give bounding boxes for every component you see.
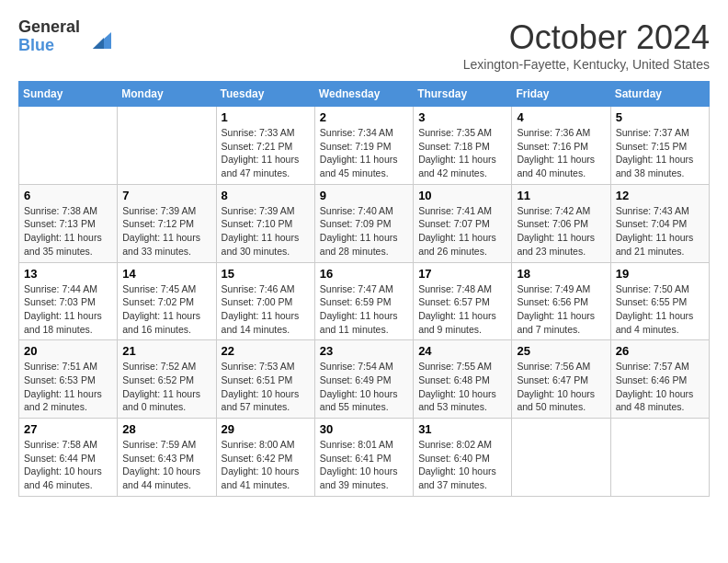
day-number: 16 <box>320 267 408 281</box>
calendar-cell: 15Sunrise: 7:46 AMSunset: 7:00 PMDayligh… <box>216 262 314 340</box>
calendar-cell: 22Sunrise: 7:53 AMSunset: 6:51 PMDayligh… <box>216 340 314 419</box>
day-info: Sunrise: 7:41 AMSunset: 7:07 PMDaylight:… <box>418 204 506 259</box>
day-number: 19 <box>616 267 704 281</box>
day-number: 27 <box>24 422 112 436</box>
day-number: 13 <box>24 267 112 281</box>
day-info: Sunrise: 7:44 AMSunset: 7:03 PMDaylight:… <box>24 282 112 337</box>
calendar-cell: 27Sunrise: 7:58 AMSunset: 6:44 PMDayligh… <box>19 419 118 497</box>
logo-line2: Blue <box>18 37 80 55</box>
day-number: 12 <box>616 189 704 202</box>
calendar-cell: 21Sunrise: 7:52 AMSunset: 6:52 PMDayligh… <box>118 340 216 419</box>
day-number: 6 <box>24 189 112 202</box>
day-of-week-header: Saturday <box>610 82 709 107</box>
calendar-cell: 30Sunrise: 8:01 AMSunset: 6:41 PMDayligh… <box>314 419 413 497</box>
day-number: 31 <box>418 422 506 436</box>
day-of-week-header: Tuesday <box>216 82 314 107</box>
calendar-cell: 1Sunrise: 7:33 AMSunset: 7:21 PMDaylight… <box>216 107 314 185</box>
day-info: Sunrise: 7:54 AMSunset: 6:49 PMDaylight:… <box>320 360 408 414</box>
calendar-cell: 24Sunrise: 7:55 AMSunset: 6:48 PMDayligh… <box>414 340 512 419</box>
calendar-cell: 5Sunrise: 7:37 AMSunset: 7:15 PMDaylight… <box>610 107 709 185</box>
calendar-cell: 11Sunrise: 7:42 AMSunset: 7:06 PMDayligh… <box>512 184 610 262</box>
day-number: 29 <box>222 422 310 436</box>
calendar-cell: 8Sunrise: 7:39 AMSunset: 7:10 PMDaylight… <box>216 184 314 262</box>
calendar-cell: 28Sunrise: 7:59 AMSunset: 6:43 PMDayligh… <box>118 419 216 497</box>
calendar-cell <box>118 107 216 185</box>
calendar-cell: 20Sunrise: 7:51 AMSunset: 6:53 PMDayligh… <box>19 340 118 419</box>
month-title: October 2024 <box>463 18 710 57</box>
day-info: Sunrise: 7:39 AMSunset: 7:12 PMDaylight:… <box>122 204 210 259</box>
calendar-cell: 7Sunrise: 7:39 AMSunset: 7:12 PMDaylight… <box>118 184 216 262</box>
calendar-cell: 19Sunrise: 7:50 AMSunset: 6:55 PMDayligh… <box>610 262 709 340</box>
day-info: Sunrise: 7:40 AMSunset: 7:09 PMDaylight:… <box>320 204 408 259</box>
day-info: Sunrise: 7:39 AMSunset: 7:10 PMDaylight:… <box>222 204 310 259</box>
calendar-cell: 9Sunrise: 7:40 AMSunset: 7:09 PMDaylight… <box>314 184 413 262</box>
day-info: Sunrise: 7:50 AMSunset: 6:55 PMDaylight:… <box>616 282 704 337</box>
day-of-week-header: Thursday <box>414 82 512 107</box>
day-info: Sunrise: 7:56 AMSunset: 6:47 PMDaylight:… <box>517 360 605 414</box>
calendar-cell: 4Sunrise: 7:36 AMSunset: 7:16 PMDaylight… <box>512 107 610 185</box>
day-number: 30 <box>320 422 408 436</box>
day-info: Sunrise: 7:46 AMSunset: 7:00 PMDaylight:… <box>222 282 310 337</box>
day-info: Sunrise: 7:57 AMSunset: 6:46 PMDaylight:… <box>616 360 704 414</box>
day-number: 2 <box>320 110 408 124</box>
calendar-cell: 13Sunrise: 7:44 AMSunset: 7:03 PMDayligh… <box>19 262 118 340</box>
calendar-cell: 26Sunrise: 7:57 AMSunset: 6:46 PMDayligh… <box>610 340 709 419</box>
calendar-cell: 29Sunrise: 8:00 AMSunset: 6:42 PMDayligh… <box>216 419 314 497</box>
day-info: Sunrise: 7:42 AMSunset: 7:06 PMDaylight:… <box>517 204 605 259</box>
svg-marker-1 <box>93 38 104 49</box>
day-of-week-header: Monday <box>118 82 216 107</box>
day-number: 23 <box>320 344 408 358</box>
calendar-cell <box>610 419 709 497</box>
calendar-cell: 12Sunrise: 7:43 AMSunset: 7:04 PMDayligh… <box>610 184 709 262</box>
calendar-cell: 31Sunrise: 8:02 AMSunset: 6:40 PMDayligh… <box>414 419 512 497</box>
day-number: 7 <box>122 189 210 202</box>
day-info: Sunrise: 7:48 AMSunset: 6:57 PMDaylight:… <box>418 282 506 337</box>
logo-text: General Blue <box>18 18 80 55</box>
logo-line1: General <box>18 18 80 37</box>
day-info: Sunrise: 8:00 AMSunset: 6:42 PMDaylight:… <box>222 438 310 492</box>
calendar-cell: 3Sunrise: 7:35 AMSunset: 7:18 PMDaylight… <box>414 107 512 185</box>
calendar-cell: 16Sunrise: 7:47 AMSunset: 6:59 PMDayligh… <box>314 262 413 340</box>
calendar-body: 1Sunrise: 7:33 AMSunset: 7:21 PMDaylight… <box>19 107 710 497</box>
day-number: 8 <box>222 189 310 202</box>
day-number: 28 <box>122 422 210 436</box>
day-info: Sunrise: 7:43 AMSunset: 7:04 PMDaylight:… <box>616 204 704 259</box>
day-info: Sunrise: 7:34 AMSunset: 7:19 PMDaylight:… <box>320 126 408 180</box>
day-number: 24 <box>418 344 506 358</box>
logo: General Blue <box>18 18 111 55</box>
day-number: 4 <box>517 110 605 124</box>
day-info: Sunrise: 7:36 AMSunset: 7:16 PMDaylight:… <box>517 126 605 180</box>
day-of-week-header: Friday <box>512 82 610 107</box>
day-number: 15 <box>222 267 310 281</box>
day-of-week-header: Sunday <box>19 82 118 107</box>
day-number: 20 <box>24 344 112 358</box>
day-number: 22 <box>222 344 310 358</box>
calendar-cell: 6Sunrise: 7:38 AMSunset: 7:13 PMDaylight… <box>19 184 118 262</box>
day-info: Sunrise: 8:02 AMSunset: 6:40 PMDaylight:… <box>418 438 506 492</box>
day-info: Sunrise: 7:52 AMSunset: 6:52 PMDaylight:… <box>122 360 210 414</box>
calendar-header: SundayMondayTuesdayWednesdayThursdayFrid… <box>19 82 710 107</box>
day-number: 18 <box>517 267 605 281</box>
calendar-cell: 17Sunrise: 7:48 AMSunset: 6:57 PMDayligh… <box>414 262 512 340</box>
day-number: 17 <box>418 267 506 281</box>
day-info: Sunrise: 7:59 AMSunset: 6:43 PMDaylight:… <box>122 438 210 492</box>
title-block: October 2024 Lexington-Fayette, Kentucky… <box>463 18 710 72</box>
day-info: Sunrise: 7:58 AMSunset: 6:44 PMDaylight:… <box>24 438 112 492</box>
day-number: 5 <box>616 110 704 124</box>
location: Lexington-Fayette, Kentucky, United Stat… <box>463 57 710 72</box>
day-number: 3 <box>418 110 506 124</box>
calendar-cell: 10Sunrise: 7:41 AMSunset: 7:07 PMDayligh… <box>414 184 512 262</box>
day-info: Sunrise: 7:37 AMSunset: 7:15 PMDaylight:… <box>616 126 704 180</box>
page-header: General Blue October 2024 Lexington-Faye… <box>18 18 710 72</box>
day-number: 21 <box>122 344 210 358</box>
logo-icon <box>84 23 111 51</box>
day-info: Sunrise: 7:33 AMSunset: 7:21 PMDaylight:… <box>222 126 310 180</box>
day-number: 11 <box>517 189 605 202</box>
day-info: Sunrise: 7:45 AMSunset: 7:02 PMDaylight:… <box>122 282 210 337</box>
calendar-table: SundayMondayTuesdayWednesdayThursdayFrid… <box>18 81 710 497</box>
calendar-cell <box>19 107 118 185</box>
day-number: 26 <box>616 344 704 358</box>
day-info: Sunrise: 7:53 AMSunset: 6:51 PMDaylight:… <box>222 360 310 414</box>
calendar-cell: 25Sunrise: 7:56 AMSunset: 6:47 PMDayligh… <box>512 340 610 419</box>
day-info: Sunrise: 7:47 AMSunset: 6:59 PMDaylight:… <box>320 282 408 337</box>
